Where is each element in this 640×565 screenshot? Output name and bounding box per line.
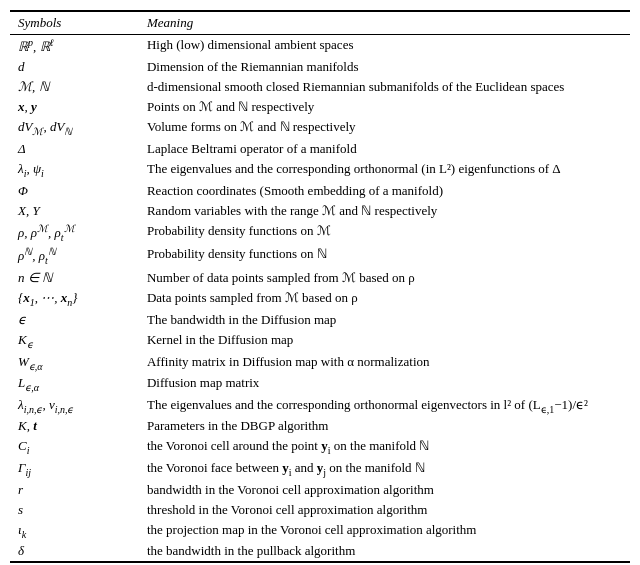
symbol-cell: r bbox=[10, 480, 139, 500]
meaning-cell: The bandwidth in the Diffusion map bbox=[139, 310, 630, 330]
table-row: ιkthe projection map in the Voronoi cell… bbox=[10, 520, 630, 542]
meaning-cell: Volume forms on ℳ and ℕ respectively bbox=[139, 117, 630, 139]
symbol-cell: δ bbox=[10, 541, 139, 562]
table-row: sthreshold in the Voronoi cell approxima… bbox=[10, 500, 630, 520]
symbol-cell: d bbox=[10, 57, 139, 77]
symbol-cell: {x1, ⋯, xn} bbox=[10, 288, 139, 310]
meaning-cell: Points on ℳ and ℕ respectively bbox=[139, 97, 630, 117]
meaning-cell: bandwidth in the Voronoi cell approximat… bbox=[139, 480, 630, 500]
symbol-cell: Wϵ,α bbox=[10, 352, 139, 374]
meaning-cell: the projection map in the Voronoi cell a… bbox=[139, 520, 630, 542]
meaning-cell: the Voronoi face between yi and yj on th… bbox=[139, 458, 630, 480]
table-row: KϵKernel in the Diffusion map bbox=[10, 330, 630, 352]
symbol-cell: X, Y bbox=[10, 201, 139, 221]
table-row: Wϵ,αAffinity matrix in Diffusion map wit… bbox=[10, 352, 630, 374]
meaning-cell: Number of data points sampled from ℳ bas… bbox=[139, 268, 630, 288]
table-row: dDimension of the Riemannian manifolds bbox=[10, 57, 630, 77]
meaning-cell: Kernel in the Diffusion map bbox=[139, 330, 630, 352]
symbol-cell: λi,n,ϵ, vi,n,ϵ bbox=[10, 395, 139, 417]
meaning-cell: Reaction coordinates (Smooth embedding o… bbox=[139, 181, 630, 201]
table-row: ϵThe bandwidth in the Diffusion map bbox=[10, 310, 630, 330]
col-symbols-header: Symbols bbox=[10, 11, 139, 35]
table-row: Cithe Voronoi cell around the point yi o… bbox=[10, 436, 630, 458]
symbol-cell: dVℳ, dVℕ bbox=[10, 117, 139, 139]
symbol-cell: λi, ψi bbox=[10, 159, 139, 181]
symbol-cell: ιk bbox=[10, 520, 139, 542]
table-row: x, yPoints on ℳ and ℕ respectively bbox=[10, 97, 630, 117]
table-row: {x1, ⋯, xn}Data points sampled from ℳ ba… bbox=[10, 288, 630, 310]
table-row: λi,n,ϵ, vi,n,ϵThe eigenvalues and the co… bbox=[10, 395, 630, 417]
symbol-cell: x, y bbox=[10, 97, 139, 117]
table-row: dVℳ, dVℕVolume forms on ℳ and ℕ respecti… bbox=[10, 117, 630, 139]
meaning-cell: the bandwidth in the pullback algorithm bbox=[139, 541, 630, 562]
meaning-cell: Data points sampled from ℳ based on ρ bbox=[139, 288, 630, 310]
meaning-cell: Probability density functions on ℕ bbox=[139, 244, 630, 268]
table-row: Γijthe Voronoi face between yi and yj on… bbox=[10, 458, 630, 480]
table-row: ρ, ρℳ, ρtℳProbability density functions … bbox=[10, 221, 630, 245]
table-row: rbandwidth in the Voronoi cell approxima… bbox=[10, 480, 630, 500]
symbol-cell: Kϵ bbox=[10, 330, 139, 352]
table-row: λi, ψiThe eigenvalues and the correspond… bbox=[10, 159, 630, 181]
symbol-cell: Lϵ,α bbox=[10, 373, 139, 395]
meaning-cell: Parameters in the DBGP algorithm bbox=[139, 416, 630, 436]
symbol-cell: Ci bbox=[10, 436, 139, 458]
symbol-cell: ρ, ρℳ, ρtℳ bbox=[10, 221, 139, 245]
symbol-cell: ρℕ, ρtℕ bbox=[10, 244, 139, 268]
table-header-row: Symbols Meaning bbox=[10, 11, 630, 35]
meaning-cell: Random variables with the range ℳ and ℕ … bbox=[139, 201, 630, 221]
table-row: K, tParameters in the DBGP algorithm bbox=[10, 416, 630, 436]
table-row: ℳ, ℕd-dimensional smooth closed Riemanni… bbox=[10, 77, 630, 97]
table-row: ℝp, ℝℓHigh (low) dimensional ambient spa… bbox=[10, 35, 630, 58]
table-row: ΔLaplace Beltrami operator of a manifold bbox=[10, 139, 630, 159]
table-row: δthe bandwidth in the pullback algorithm bbox=[10, 541, 630, 562]
symbol-cell: Φ bbox=[10, 181, 139, 201]
symbol-cell: ℳ, ℕ bbox=[10, 77, 139, 97]
table-row: ΦReaction coordinates (Smooth embedding … bbox=[10, 181, 630, 201]
meaning-cell: Probability density functions on ℳ bbox=[139, 221, 630, 245]
meaning-cell: Diffusion map matrix bbox=[139, 373, 630, 395]
symbol-cell: K, t bbox=[10, 416, 139, 436]
symbol-cell: ϵ bbox=[10, 310, 139, 330]
meaning-cell: the Voronoi cell around the point yi on … bbox=[139, 436, 630, 458]
col-meaning-header: Meaning bbox=[139, 11, 630, 35]
symbol-cell: ℝp, ℝℓ bbox=[10, 35, 139, 58]
meaning-cell: Affinity matrix in Diffusion map with α … bbox=[139, 352, 630, 374]
symbol-cell: s bbox=[10, 500, 139, 520]
meaning-cell: Laplace Beltrami operator of a manifold bbox=[139, 139, 630, 159]
symbol-cell: Δ bbox=[10, 139, 139, 159]
table-row: Lϵ,αDiffusion map matrix bbox=[10, 373, 630, 395]
meaning-cell: d-dimensional smooth closed Riemannian s… bbox=[139, 77, 630, 97]
table-row: ρℕ, ρtℕProbability density functions on … bbox=[10, 244, 630, 268]
symbols-table: Symbols Meaning ℝp, ℝℓHigh (low) dimensi… bbox=[10, 10, 630, 563]
symbol-cell: n ∈ ℕ bbox=[10, 268, 139, 288]
table-row: X, YRandom variables with the range ℳ an… bbox=[10, 201, 630, 221]
meaning-cell: The eigenvalues and the corresponding or… bbox=[139, 395, 630, 417]
meaning-cell: The eigenvalues and the corresponding or… bbox=[139, 159, 630, 181]
table-row: n ∈ ℕNumber of data points sampled from … bbox=[10, 268, 630, 288]
meaning-cell: High (low) dimensional ambient spaces bbox=[139, 35, 630, 58]
meaning-cell: threshold in the Voronoi cell approximat… bbox=[139, 500, 630, 520]
meaning-cell: Dimension of the Riemannian manifolds bbox=[139, 57, 630, 77]
symbol-cell: Γij bbox=[10, 458, 139, 480]
